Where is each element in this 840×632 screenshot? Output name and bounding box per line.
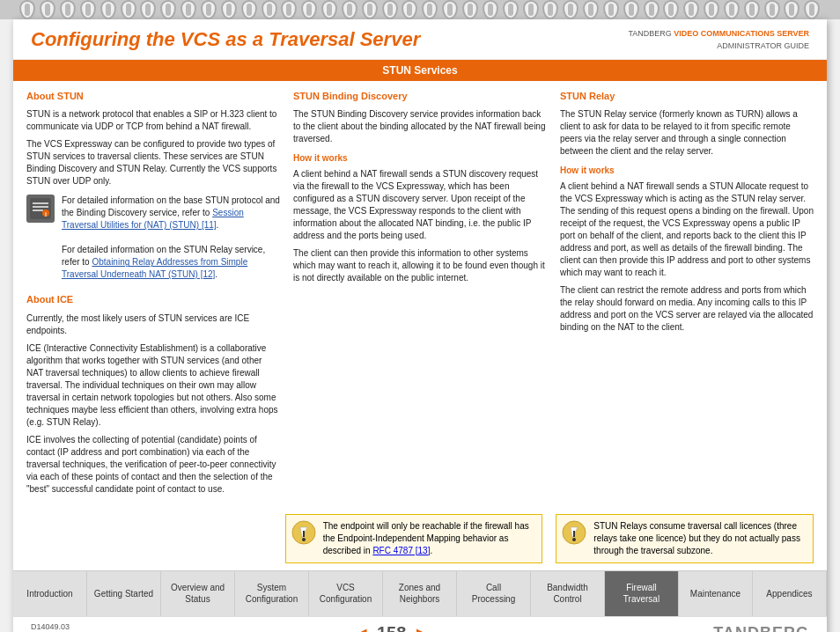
col1-para2: The VCS Expressway can be configured to …	[26, 138, 280, 187]
col3-para3: The client can restrict the remote addre…	[560, 284, 814, 334]
tab-getting-started[interactable]: Getting Started	[87, 571, 161, 616]
col2-title: STUN Binding Discovery	[293, 90, 547, 103]
tab-overview-status[interactable]: Overview and Status	[161, 571, 235, 616]
tab-vcs-config[interactable]: VCS Configuration	[309, 571, 383, 616]
warning-icon-col3	[562, 520, 586, 545]
tab-bandwidth-control[interactable]: Bandwidth Control	[531, 571, 605, 616]
tab-firewall-traversal[interactable]: FirewallTraversal	[605, 571, 679, 616]
brand-line2: ADMINISTRATOR GUIDE	[628, 40, 809, 53]
col1-info1-text: For detailed information on the base STU…	[62, 195, 280, 217]
warning-col3-text: STUN Relays consume traversal call licen…	[593, 520, 807, 557]
col1-title: About STUN	[26, 90, 280, 103]
warning-row: The endpoint will only be reachable if t…	[13, 510, 827, 570]
col2-subtitle1: How it works	[293, 152, 547, 165]
spiral-binding-top	[0, 0, 840, 19]
doc-brand: TANDBERG VIDEO COMMUNICATIONS SERVER ADM…	[628, 28, 809, 52]
doc-header: Configuring the VCS as a Traversal Serve…	[13, 19, 827, 60]
svg-rect-8	[303, 531, 305, 537]
col2-para1: The STUN Binding Discovery service provi…	[293, 108, 547, 145]
col1-para4: ICE (Interactive Connectivity Establishm…	[26, 342, 280, 429]
document-area: Configuring the VCS as a Traversal Serve…	[13, 19, 827, 632]
page-number: 158	[377, 623, 406, 632]
tab-appendices[interactable]: Appendices	[753, 571, 827, 616]
tab-system-config[interactable]: System Configuration	[235, 571, 309, 616]
warning-col1-spacer	[26, 514, 272, 563]
col3-subtitle1: How it works	[560, 165, 814, 177]
nav-tabs: Introduction Getting Started Overview an…	[13, 570, 827, 616]
info-box-1: i For detailed information on the base S…	[26, 195, 280, 286]
footer-doc-info: D14049.03 MAY 2008	[31, 621, 70, 632]
warning-col2-link[interactable]: RFC 4787 [13]	[372, 546, 430, 555]
svg-point-10	[572, 538, 576, 541]
warning-box-col2: The endpoint will only be reachable if t…	[285, 514, 543, 563]
column-about-stun: About STUN STUN is a network protocol th…	[26, 90, 280, 501]
col3-title: STUN Relay	[560, 90, 814, 103]
svg-text:i: i	[45, 211, 47, 217]
col1-para1: STUN is a network protocol that enables …	[26, 108, 280, 133]
prev-page-button[interactable]: ◄	[354, 624, 370, 632]
svg-rect-0	[30, 198, 51, 219]
svg-rect-1	[33, 202, 48, 204]
svg-rect-11	[573, 531, 575, 537]
col1-para5: ICE involves the collecting of potential…	[26, 434, 280, 496]
tab-introduction[interactable]: Introduction	[13, 571, 87, 616]
content-columns: About STUN STUN is a network protocol th…	[13, 81, 827, 510]
doc-footer: D14049.03 MAY 2008 ◄ 158 ► TANDBERG	[13, 616, 827, 632]
info-icon-1: i	[26, 195, 55, 223]
svg-rect-3	[33, 209, 43, 211]
col1-para3: Currently, the most likely users of STUN…	[26, 312, 280, 337]
tab-maintenance[interactable]: Maintenance	[679, 571, 753, 616]
doc-id: D14049.03	[31, 621, 70, 632]
col2-para3: The client can then provide this informa…	[293, 247, 547, 284]
col1-title2: About ICE	[26, 293, 280, 306]
section-header: STUN Services	[13, 60, 827, 81]
svg-point-7	[302, 538, 306, 541]
footer-pagination: ◄ 158 ►	[354, 623, 429, 632]
column-stun-binding: STUN Binding Discovery The STUN Binding …	[293, 90, 547, 501]
col3-para2: A client behind a NAT firewall sends a S…	[560, 180, 814, 279]
col2-para2: A client behind a NAT firewall sends a S…	[293, 168, 547, 242]
col3-para1: The STUN Relay service (formerly known a…	[560, 108, 814, 158]
warning-icon-col2	[291, 520, 316, 545]
next-page-button[interactable]: ►	[413, 624, 429, 632]
svg-rect-2	[33, 206, 48, 208]
doc-title: Configuring the VCS as a Traversal Serve…	[31, 28, 420, 51]
warning-box-col3: STUN Relays consume traversal call licen…	[556, 514, 814, 563]
tab-zones-neighbors[interactable]: Zones andNeighbors	[383, 571, 457, 616]
tab-call-processing[interactable]: CallProcessing	[457, 571, 531, 616]
column-stun-relay: STUN Relay The STUN Relay service (forme…	[560, 90, 814, 501]
footer-brand: TANDBERG	[713, 624, 809, 632]
